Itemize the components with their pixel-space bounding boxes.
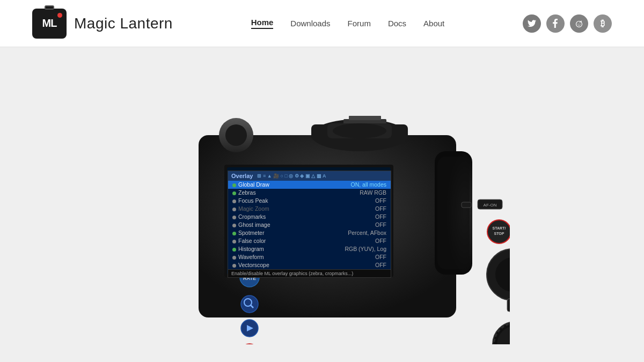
logo-text: ML: [42, 17, 57, 29]
svg-text:AF-ON: AF-ON: [484, 203, 497, 208]
menu-row: SpotmeterPercent, AFbox: [228, 229, 391, 237]
logo-box: ML: [32, 9, 67, 39]
nav-home[interactable]: Home: [251, 18, 274, 29]
reddit-icon[interactable]: [570, 14, 588, 33]
svg-point-54: [225, 124, 247, 146]
svg-point-1: [577, 24, 579, 25]
nav-docs[interactable]: Docs: [388, 19, 406, 28]
site-header: ML Magic Lantern Home Downloads Forum Do…: [0, 0, 644, 47]
svg-point-2: [580, 24, 581, 25]
main-nav: Home Downloads Forum Docs About: [251, 18, 445, 29]
status-bar: Enable/disable ML overlay graphics (zebr…: [228, 269, 391, 277]
svg-point-4: [581, 20, 582, 21]
facebook-icon[interactable]: [546, 14, 565, 33]
site-title: Magic Lantern: [74, 15, 173, 32]
camera-tab-icon: [45, 5, 54, 10]
svg-point-34: [241, 344, 258, 344]
menu-row: HistogramRGB (YUV), Log: [228, 245, 391, 253]
svg-text:START/: START/: [493, 226, 506, 230]
logo-area: ML Magic Lantern: [32, 9, 173, 39]
camera-screen: Overlay ⊞ ≡ ▲ 🎥 ○ □ ◎ ⚙ ◈ ▣ △ ▦ A Global…: [228, 171, 391, 278]
svg-rect-10: [349, 116, 381, 120]
menu-row: WaveformOFF: [228, 253, 391, 261]
svg-rect-41: [507, 299, 510, 312]
svg-point-29: [241, 295, 258, 313]
social-icons-group: ₿: [523, 14, 612, 33]
menu-row: ZebrasRAW RGB: [228, 189, 391, 197]
screen-title-bar: Overlay ⊞ ≡ ▲ 🎥 ○ □ ◎ ⚙ ◈ ▣ △ ▦ A: [228, 171, 391, 181]
menu-row: VectorscopeOFF: [228, 261, 391, 269]
nav-about[interactable]: About: [423, 19, 444, 28]
twitter-icon[interactable]: [523, 14, 541, 33]
svg-rect-12: [437, 157, 470, 269]
svg-text:STOP: STOP: [494, 232, 504, 235]
svg-point-14: [333, 123, 386, 138]
hero-section: MENU INFO RATE 🗑 START/ STOP: [0, 47, 644, 362]
menu-row: Global DrawON, all modes: [228, 181, 391, 189]
menu-row: Magic ZoomOFF: [228, 205, 391, 213]
svg-rect-58: [462, 202, 471, 208]
menu-row: Focus PeakOFF: [228, 197, 391, 205]
menu-rows-container: Global DrawON, all modesZebrasRAW RGBFoc…: [228, 181, 391, 277]
nav-downloads[interactable]: Downloads: [290, 19, 330, 28]
logo-red-dot: [57, 13, 62, 18]
screen-title: Overlay: [231, 173, 253, 179]
bitcoin-icon[interactable]: ₿: [594, 14, 612, 33]
nav-forum[interactable]: Forum: [348, 19, 371, 28]
menu-row: CropmarksOFF: [228, 213, 391, 221]
menu-row: False colorOFF: [228, 237, 391, 245]
menu-row: Ghost imageOFF: [228, 221, 391, 229]
camera-container: MENU INFO RATE 🗑 START/ STOP: [134, 65, 510, 344]
